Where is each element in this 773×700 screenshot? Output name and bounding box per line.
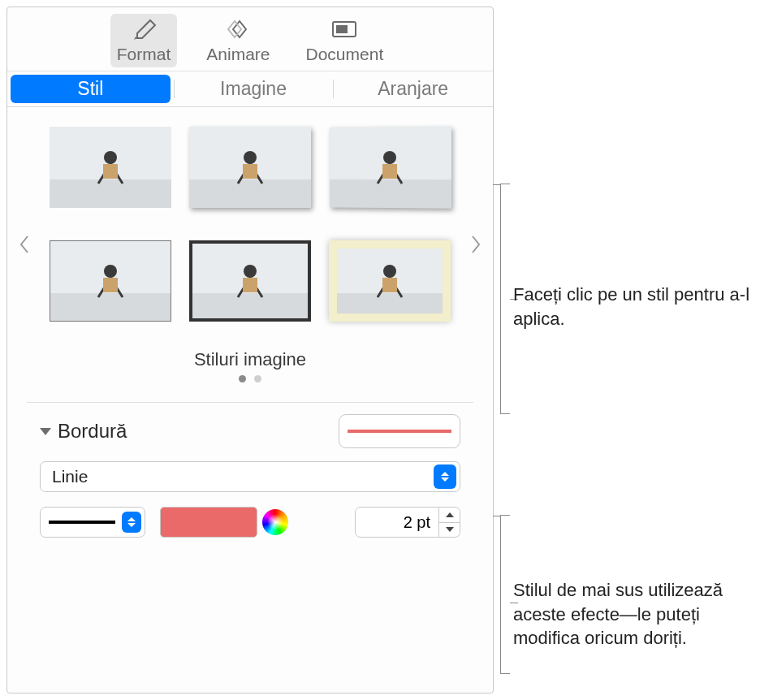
styles-prev-arrow[interactable] xyxy=(12,220,37,269)
style-thumb-thickborder[interactable] xyxy=(189,240,311,322)
border-style-popup[interactable] xyxy=(339,414,460,448)
chevron-down-icon xyxy=(40,428,51,435)
stepper-buttons xyxy=(439,507,460,538)
border-title: Bordură xyxy=(58,420,127,443)
border-width-stepper: 2 pt xyxy=(355,507,460,538)
svg-rect-23 xyxy=(329,293,451,322)
callout-effects: Stilul de mai sus utilizează aceste efec… xyxy=(513,578,765,650)
style-thumb-plain[interactable] xyxy=(50,127,171,208)
format-subtabs: Stil Imagine Aranjare xyxy=(7,71,493,107)
subtab-image-label: Imagine xyxy=(220,78,287,99)
styles-next-arrow[interactable] xyxy=(464,220,488,269)
stepper-up[interactable] xyxy=(439,508,460,522)
callout-apply-style: Faceți clic pe un stil pentru a-l aplica… xyxy=(513,283,757,331)
svg-rect-25 xyxy=(382,278,397,292)
border-width-field[interactable]: 2 pt xyxy=(355,507,439,538)
border-width-value: 2 pt xyxy=(404,513,430,532)
select-stepper-icon xyxy=(434,465,456,489)
callout-bracket-styles xyxy=(500,184,510,414)
border-section: Bordură Linie xyxy=(7,403,493,538)
svg-rect-1 xyxy=(336,25,348,33)
subtab-arrange[interactable]: Aranjare xyxy=(333,71,493,106)
subtab-style-label: Stil xyxy=(77,78,103,99)
border-controls-row: 2 pt xyxy=(40,507,460,538)
border-color-swatch[interactable] xyxy=(160,507,257,538)
svg-rect-7 xyxy=(189,179,311,208)
subtab-style[interactable]: Stil xyxy=(11,75,171,103)
svg-rect-19 xyxy=(189,293,311,322)
toolbar-document[interactable]: Document xyxy=(300,14,391,67)
svg-rect-3 xyxy=(50,179,171,208)
svg-rect-9 xyxy=(243,164,257,179)
border-type-select[interactable]: Linie xyxy=(40,461,460,492)
format-inspector-panel: Format Animare Document Stil Imagine Ara… xyxy=(6,6,494,694)
style-thumb-frame[interactable] xyxy=(329,240,451,322)
svg-rect-21 xyxy=(243,278,257,292)
svg-rect-11 xyxy=(330,179,451,209)
border-type-value: Linie xyxy=(52,467,88,486)
toolbar-document-label: Document xyxy=(306,45,384,64)
border-disclosure[interactable]: Bordură xyxy=(40,420,127,443)
toolbar-animate-label: Animare xyxy=(206,45,270,64)
image-styles-section: Stiluri imagine xyxy=(7,107,493,391)
style-thumb-thinborder[interactable] xyxy=(50,240,171,322)
border-preview-line xyxy=(348,430,451,433)
style-thumbnails-grid xyxy=(7,127,493,330)
svg-rect-5 xyxy=(103,164,118,179)
toolbar-format-label: Format xyxy=(117,45,171,64)
inspector-toolbar: Format Animare Document xyxy=(7,7,493,71)
subtab-arrange-label: Aranjare xyxy=(378,78,448,99)
diamond-icon xyxy=(220,17,256,41)
line-style-preview xyxy=(49,521,115,524)
slide-icon xyxy=(326,17,362,41)
toolbar-format[interactable]: Format xyxy=(110,14,178,67)
paintbrush-icon xyxy=(126,17,162,41)
stepper-down[interactable] xyxy=(439,522,460,538)
style-thumb-reflect[interactable] xyxy=(330,126,451,208)
subtab-image[interactable]: Imagine xyxy=(174,71,334,106)
style-thumb-shadow[interactable] xyxy=(189,127,311,208)
select-stepper-icon xyxy=(122,512,141,533)
page-dot-2[interactable] xyxy=(254,375,261,382)
border-color-controls xyxy=(160,507,288,538)
callout-bracket-effects xyxy=(500,515,510,674)
border-header: Bordură xyxy=(40,414,460,448)
svg-rect-13 xyxy=(382,164,397,179)
page-dot-1[interactable] xyxy=(239,375,246,382)
style-page-dots xyxy=(7,375,493,382)
line-style-select[interactable] xyxy=(40,507,145,538)
color-wheel-icon[interactable] xyxy=(262,509,288,535)
toolbar-animate[interactable]: Animare xyxy=(200,14,276,67)
image-styles-label: Stiluri imagine xyxy=(7,349,493,370)
svg-rect-17 xyxy=(103,278,118,292)
svg-rect-15 xyxy=(50,293,171,322)
